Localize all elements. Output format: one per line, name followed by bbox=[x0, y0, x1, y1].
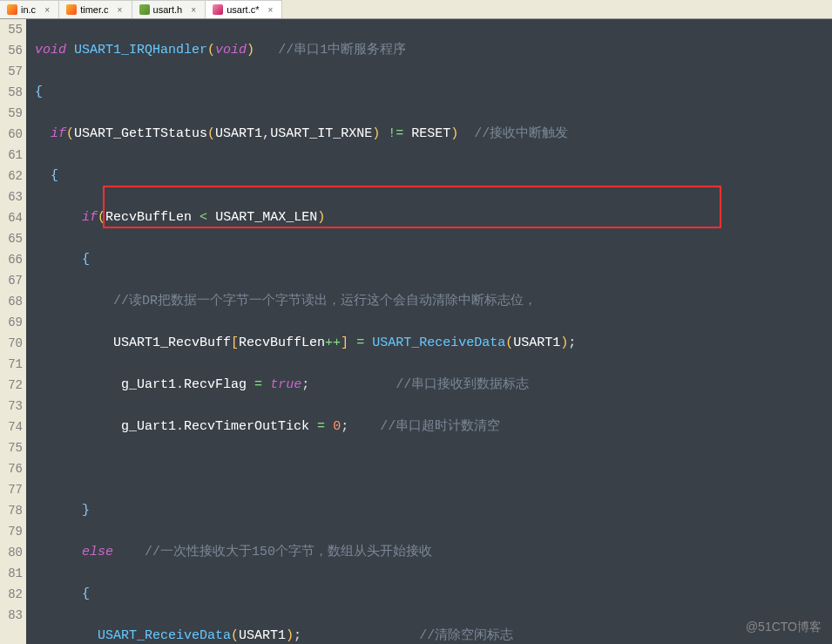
tab-label: usart.h bbox=[153, 4, 183, 15]
tab-label: timer.c bbox=[80, 4, 108, 15]
code-line: //读DR把数据一个字节一个字节读出，运行这个会自动清除中断标志位， bbox=[35, 291, 832, 312]
code-line: if(USART_GetITStatus(USART1,USART_IT_RXN… bbox=[35, 124, 832, 145]
close-icon[interactable]: × bbox=[43, 5, 51, 14]
code-line: { bbox=[35, 166, 832, 186]
file-c-icon bbox=[66, 4, 77, 15]
tab-label: usart.c* bbox=[227, 4, 259, 15]
code-line: USART_ReceiveData(USART1); //清除空闲标志 bbox=[35, 626, 832, 644]
close-icon[interactable]: × bbox=[266, 5, 274, 14]
tab-in-c[interactable]: in.c × bbox=[0, 0, 59, 18]
code-line: { bbox=[35, 584, 832, 605]
code-line: g_Uart1.RecvTimerOutTick = 0; //串口超时计数清空 bbox=[35, 417, 832, 437]
code-line: g_Uart1.RecvFlag = true; //串口接收到数据标志 bbox=[35, 375, 832, 396]
file-c-icon bbox=[7, 4, 17, 15]
highlight-box bbox=[103, 186, 721, 228]
tab-bar: in.c × timer.c × usart.h × usart.c* × bbox=[0, 0, 832, 19]
close-icon[interactable]: × bbox=[189, 5, 198, 14]
code-area[interactable]: void USART1_IRQHandler(void) //串口1中断服务程序… bbox=[26, 19, 832, 644]
tab-timer-c[interactable]: timer.c × bbox=[59, 0, 132, 18]
tab-usart-c-active[interactable]: usart.c* × bbox=[206, 0, 282, 18]
watermark: @51CTO博客 bbox=[746, 620, 822, 635]
code-line: { bbox=[35, 249, 832, 270]
code-line: { bbox=[35, 82, 832, 103]
code-line: } bbox=[35, 500, 832, 521]
code-line: USART1_RecvBuff[RecvBuffLen++] = USART_R… bbox=[35, 333, 832, 354]
file-h-icon bbox=[139, 4, 150, 15]
code-line: else //一次性接收大于150个字节，数组从头开始接收 bbox=[35, 542, 832, 563]
code-line bbox=[35, 458, 832, 479]
code-line: void USART1_IRQHandler(void) //串口1中断服务程序 bbox=[35, 40, 832, 61]
tab-label: in.c bbox=[21, 4, 36, 15]
close-icon[interactable]: × bbox=[116, 5, 125, 14]
file-c-icon bbox=[213, 4, 223, 15]
editor: 55 56 57 58 59 60 61 62 63 64 65 66 67 6… bbox=[0, 19, 832, 644]
tab-usart-h[interactable]: usart.h × bbox=[132, 0, 206, 18]
line-gutter: 55 56 57 58 59 60 61 62 63 64 65 66 67 6… bbox=[0, 19, 26, 644]
